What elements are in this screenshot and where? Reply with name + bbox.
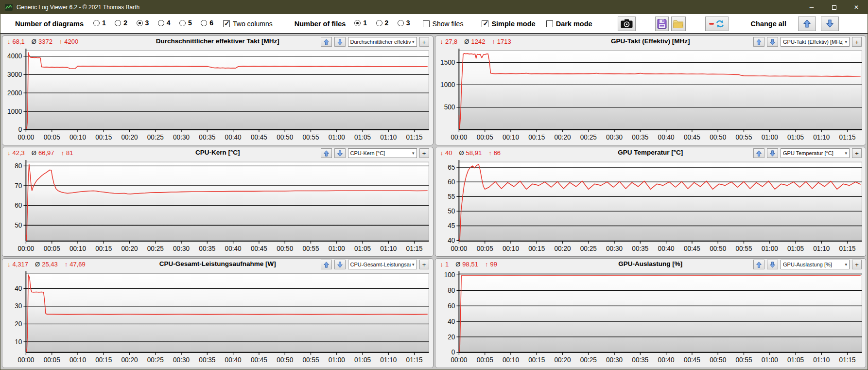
maximize-icon xyxy=(832,5,836,10)
save-button[interactable] xyxy=(655,17,669,31)
metric-dropdown-0[interactable]: Durchschnittlicher effektiv ▾ xyxy=(348,37,417,47)
metric-down-button-3[interactable] xyxy=(767,148,778,158)
svg-text:500: 500 xyxy=(444,103,455,111)
metric-up-button-5[interactable] xyxy=(753,260,764,269)
chart-canvas-4: 1020304000:0000:0500:1000:1500:2000:2500… xyxy=(2,270,433,368)
files-radio-3[interactable]: 3 xyxy=(398,19,410,27)
add-metric-button-2[interactable]: + xyxy=(419,148,429,158)
svg-text:1000: 1000 xyxy=(440,81,455,88)
svg-text:01:00: 01:00 xyxy=(761,355,778,363)
svg-text:00:30: 00:30 xyxy=(606,355,623,363)
svg-text:00:35: 00:35 xyxy=(632,355,648,363)
chart-canvas-5: 02040608010000:0000:0500:1000:1500:2000:… xyxy=(435,270,866,368)
metric-down-button-1[interactable] xyxy=(767,37,778,47)
add-metric-button-3[interactable]: + xyxy=(852,148,862,158)
chart-header-2: ↓42,3 Ø66,97 ↑81 CPU-Kern [°C] CPU-Kern … xyxy=(2,147,433,159)
close-button[interactable]: ✕ xyxy=(845,0,868,14)
radio-icon xyxy=(115,20,121,26)
maximize-button[interactable] xyxy=(823,0,845,14)
up-arrow-icon xyxy=(756,150,762,157)
camera-icon xyxy=(621,19,633,28)
svg-text:00:10: 00:10 xyxy=(502,244,519,252)
metric-down-button-4[interactable] xyxy=(334,260,346,269)
svg-text:00:30: 00:30 xyxy=(173,133,190,141)
simple-mode-checkbox[interactable]: Simple mode xyxy=(482,20,535,28)
metric-dropdown-3[interactable]: GPU Temperatur [°C] ▾ xyxy=(781,148,850,158)
chevron-down-icon: ▾ xyxy=(412,39,415,44)
show-files-checkbox[interactable]: Show files xyxy=(423,20,464,28)
svg-text:00:10: 00:10 xyxy=(69,244,86,252)
svg-text:0: 0 xyxy=(18,125,22,133)
metric-dropdown-value: Durchschnittlicher effektiv xyxy=(350,39,411,45)
svg-text:01:05: 01:05 xyxy=(354,133,371,141)
metric-dropdown-1[interactable]: GPU-Takt (Effektiv) [MHz] ▾ xyxy=(781,37,850,47)
files-radio-1[interactable]: 1 xyxy=(354,19,367,27)
reset-zoom-button[interactable] xyxy=(705,17,729,31)
svg-text:00:10: 00:10 xyxy=(502,133,519,141)
svg-text:00:20: 00:20 xyxy=(554,244,571,252)
add-metric-button-1[interactable]: + xyxy=(852,37,862,47)
chart-header-0: ↓68,1 Ø3372 ↑4200 Durchschnittlicher eff… xyxy=(2,36,433,48)
dark-mode-checkbox[interactable]: Dark mode xyxy=(546,20,592,28)
metric-dropdown-value: GPU-Takt (Effektiv) [MHz] xyxy=(783,39,843,45)
metric-down-button-5[interactable] xyxy=(767,260,778,269)
chart-panel-4: ↓4,317 Ø25,43 ↑47,69 CPU-Gesamt-Leistung… xyxy=(2,258,434,368)
diagrams-radio-5[interactable]: 5 xyxy=(179,19,192,27)
metric-up-button-4[interactable] xyxy=(321,260,332,269)
diagrams-radio-4[interactable]: 4 xyxy=(158,19,171,27)
up-arrow-icon xyxy=(323,38,330,46)
metric-up-button-2[interactable] xyxy=(321,148,332,158)
metric-dropdown-4[interactable]: CPU-Gesamt-Leistungsau ▾ xyxy=(348,260,417,269)
charts-grid: ↓68,1 Ø3372 ↑4200 Durchschnittlicher eff… xyxy=(0,34,868,370)
svg-text:00:10: 00:10 xyxy=(69,133,86,141)
svg-text:01:15: 01:15 xyxy=(839,355,855,363)
svg-text:01:10: 01:10 xyxy=(380,133,397,141)
svg-text:00:40: 00:40 xyxy=(225,133,242,141)
up-arrow-icon xyxy=(756,261,762,268)
metric-up-button-3[interactable] xyxy=(753,148,764,158)
metric-up-button-0[interactable] xyxy=(321,37,332,47)
minimize-button[interactable]: ─ xyxy=(800,0,823,14)
radio-icon xyxy=(354,20,361,26)
chart-canvas-1: 5001000150000:0000:0500:1000:1500:2000:2… xyxy=(435,48,866,145)
svg-text:00:50: 00:50 xyxy=(277,244,293,252)
svg-text:00:05: 00:05 xyxy=(476,244,493,252)
chart-panel-1: ↓27,8 Ø1242 ↑1713 GPU-Takt (Effektiv) [M… xyxy=(435,35,867,145)
add-metric-button-0[interactable]: + xyxy=(419,37,429,47)
down-arrow-icon xyxy=(337,150,343,157)
metric-up-button-1[interactable] xyxy=(753,37,764,47)
svg-text:01:05: 01:05 xyxy=(354,355,371,363)
metric-dropdown-value: GPU Temperatur [°C] xyxy=(783,150,843,156)
diagrams-radio-3[interactable]: 3 xyxy=(137,19,149,27)
metric-dropdown-2[interactable]: CPU-Kern [°C] ▾ xyxy=(348,148,417,158)
change-all-up-button[interactable] xyxy=(798,17,816,31)
svg-text:00:00: 00:00 xyxy=(17,355,34,363)
svg-text:01:10: 01:10 xyxy=(380,244,397,252)
two-columns-checkbox[interactable]: Two columns xyxy=(223,20,273,28)
svg-text:00:40: 00:40 xyxy=(225,244,242,252)
files-radio-2[interactable]: 2 xyxy=(376,19,389,27)
app-icon xyxy=(5,4,13,11)
chevron-down-icon: ▾ xyxy=(845,39,847,44)
metric-down-button-2[interactable] xyxy=(334,148,346,158)
svg-text:00:20: 00:20 xyxy=(122,355,138,363)
screenshot-button[interactable] xyxy=(618,17,636,31)
chart-panel-2: ↓42,3 Ø66,97 ↑81 CPU-Kern [°C] CPU-Kern … xyxy=(2,147,434,257)
metric-down-button-0[interactable] xyxy=(334,37,346,47)
metric-dropdown-5[interactable]: GPU-Auslastung [%] ▾ xyxy=(781,260,850,269)
svg-text:100: 100 xyxy=(444,271,455,279)
svg-text:60: 60 xyxy=(448,302,455,310)
diagrams-radio-6[interactable]: 6 xyxy=(201,19,213,27)
svg-text:01:15: 01:15 xyxy=(839,133,855,141)
svg-text:01:00: 01:00 xyxy=(329,133,345,141)
chevron-down-icon: ▾ xyxy=(845,262,847,267)
svg-text:00:55: 00:55 xyxy=(735,355,752,363)
change-all-down-button[interactable] xyxy=(821,17,839,31)
open-folder-button[interactable] xyxy=(671,17,686,31)
diagrams-radio-1[interactable]: 1 xyxy=(93,19,106,27)
add-metric-button-4[interactable]: + xyxy=(419,260,429,269)
svg-text:80: 80 xyxy=(448,286,455,294)
diagrams-radio-2[interactable]: 2 xyxy=(115,19,127,27)
chart-controls-4: CPU-Gesamt-Leistungsau ▾ + xyxy=(321,260,429,269)
add-metric-button-5[interactable]: + xyxy=(852,260,862,269)
